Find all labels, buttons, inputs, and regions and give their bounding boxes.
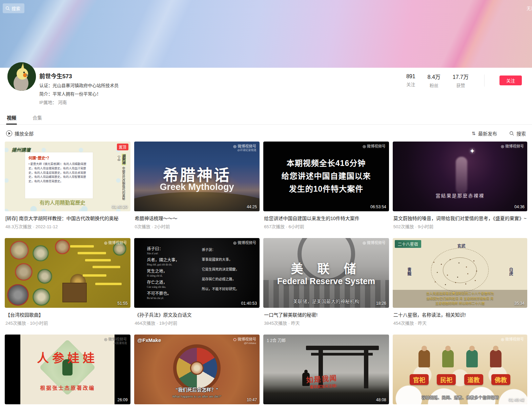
video-title[interactable]: 一口气了解美联储的秘密!: [264, 311, 388, 318]
video-meta: 3845次播放 · 昨天: [264, 320, 389, 326]
thumbnail-art: [33, 245, 49, 261]
search-icon: [509, 131, 514, 136]
sort-icon: ⇅: [472, 131, 476, 136]
video-title[interactable]: [转存] 南京大学胡阿祥教授：中国古代改朝换代的奥秘: [5, 215, 130, 221]
weibo-watermark: 微博视频号: [363, 144, 386, 149]
thumb-text: 胡阿祥中國古代改朝換代的奧秘（上）: [117, 154, 126, 205]
video-duration: 01:49:42: [509, 398, 525, 402]
accessibility-link[interactable]: 无障碍: [527, 5, 532, 11]
list-toolbar: 播放全部 ⇅ 最新发布 搜索: [0, 125, 532, 142]
thumbnail-art: [10, 241, 29, 260]
video-card[interactable]: 二十八星宿 玄武 青龍 白虎 古人先后选择靠近黄道附近的二十八个星宿作为 坐标因…: [393, 238, 527, 326]
video-card[interactable]: ✦ 當結果是那麼赤裸裸 微博视频号 04:36 莫文蔚独特的嗓音，词带给我们对爱…: [393, 142, 527, 230]
top-search-box[interactable]: 搜索: [3, 3, 24, 13]
follow-button[interactable]: 关注: [499, 76, 522, 85]
weibo-logo-icon: [104, 338, 107, 341]
video-thumbnail[interactable]: 美 联 储 Federal Reserve System 美联储，是美国最大的神…: [263, 238, 389, 308]
video-grid: 揚州講壇 何謂“歷史”？ ▪ 星雲大師《佛光菜根譚》：有的人用精勤寫歷史，有的人…: [0, 142, 532, 407]
thumb-subtitle: 古人先后选择靠近黄道附近的二十八个星宿作为 坐标因为它们排列在日 月 五星的四方…: [393, 290, 527, 308]
stat-followers[interactable]: 8.4万 粉丝: [428, 72, 441, 88]
video-card[interactable]: 人参娃娃 根据张士杰原著改编 微博视频号 @国漫频道 26:09 【国产动画丨经…: [5, 335, 130, 407]
sort-button[interactable]: ⇅ 最新发布: [472, 130, 497, 137]
tab-videos[interactable]: 视频: [6, 111, 17, 124]
thumbnail-art: [393, 350, 527, 367]
stat-likes[interactable]: 17.7万 获赞: [453, 72, 469, 88]
video-thumbnail[interactable]: 本期视频全长416分钟 给您讲述中国自建国以来 发生的10件特大案件 微博视频号…: [263, 142, 389, 211]
thumb-text: 喜欢就加关注哦!: [310, 383, 337, 389]
video-title[interactable]: 《孙子兵法》原文及白话文: [135, 311, 259, 318]
weibo-watermark: 微博视频号 @国漫频道: [104, 337, 127, 345]
video-thumbnail[interactable]: 孫子曰：Sūn zǐ yuē: 兵者，國之大事，Bīng zhě, guó zh…: [134, 238, 260, 308]
video-title[interactable]: 二十八星宿，名称读法，相关知识!: [393, 311, 527, 318]
video-thumbnail[interactable]: ✦ 當結果是那麼赤裸裸 微博视频号 04:36: [393, 142, 527, 211]
video-duration: 35:34: [514, 301, 525, 306]
tab-bar: 视频 合集: [0, 111, 532, 125]
thumb-text: 揚州講壇: [12, 146, 30, 153]
profile-stats-area: 891 关注 8.4万 粉丝 17.7万 获赞 关注: [400, 68, 525, 88]
video-title[interactable]: 【台湾校园歌曲】: [5, 311, 130, 318]
video-card[interactable]: 1 2合 刀郎 如是我闻 喜欢就加关注哦! 48:08 《如是我闻》金刚修行 刀…: [263, 335, 389, 407]
stat-following[interactable]: 891 关注: [406, 73, 415, 87]
stat-value: 17.7万: [453, 72, 469, 81]
thumbnail-art: [62, 283, 87, 302]
stat-label: 关注: [406, 81, 415, 87]
thumbnail-art: [190, 361, 204, 375]
video-meta: 464次播放 · 19小时前: [135, 320, 260, 326]
profile-bio: 简介：平常人拥有一份平常心！: [39, 90, 400, 97]
video-thumbnail[interactable]: 二十八星宿 玄武 青龍 白虎 古人先后选择靠近黄道附近的二十八个星宿作为 坐标因…: [393, 238, 527, 308]
thumb-subtitle: 美联储，是美国最大的神秘机构: [263, 298, 389, 304]
thumb-text: 美 联 储: [263, 259, 389, 277]
video-title[interactable]: 给您讲述中国自建国以来发生的10件特大案件: [264, 215, 388, 221]
thumbnail-art: ✦: [469, 147, 475, 155]
vertical-divider: [484, 74, 485, 87]
search-videos-button[interactable]: 搜索: [509, 130, 526, 137]
video-duration: 48:08: [376, 398, 386, 402]
video-title[interactable]: 希腊神话梳理～～～: [135, 215, 259, 221]
sort-label: 最新发布: [478, 130, 497, 137]
video-card[interactable]: 官祀 民祀 道教 佛教 容纳朝廷、民间、道教、佛教多个信仰范畴 微博视频号 01…: [393, 335, 527, 407]
weibo-watermark: 微博视频号: [501, 144, 524, 149]
cockatiel-avatar-image: [7, 62, 36, 91]
profile-verify: 认证：光山县寨河镇政府中心站所技术员: [39, 82, 400, 88]
weibo-logo-icon: [363, 241, 366, 245]
thumbnail-art: [83, 274, 106, 277]
play-all-button[interactable]: 播放全部: [6, 130, 34, 137]
weibo-logo-icon: [501, 338, 504, 341]
video-meta: 454次播放 · 昨天: [393, 320, 527, 326]
video-thumbnail[interactable]: 人参娃娃 根据张士杰原著改编 微博视频号 @国漫频道 26:09: [5, 335, 130, 404]
video-thumbnail[interactable]: 希腊神话 Greek Mythology 微博视频号 @环球纪录频道 44:25: [134, 142, 260, 211]
thumb-text: 何謂“歷史”？: [28, 155, 89, 160]
video-duration: 10:47: [247, 398, 257, 402]
video-thumbnail[interactable]: 官祀 民祀 道教 佛教 容纳朝廷、民间、道教、佛教多个信仰范畴 微博视频号 01…: [393, 335, 527, 404]
stat-label: 获赞: [453, 82, 469, 88]
video-title[interactable]: 莫文蔚独特的嗓音，词带给我们对爱情的思考，《盛夏的果實》~: [393, 215, 527, 221]
stat-value: 891: [406, 73, 415, 80]
weibo-watermark: 微博视频号: [104, 241, 127, 245]
video-card[interactable]: 微博视频号 51:55 【台湾校园歌曲】 245次播放 · 10小时前: [5, 238, 130, 326]
thumbnail-art: [433, 262, 434, 263]
weibo-watermark: 微博视频号 @环球纪录频道: [233, 144, 256, 152]
video-duration: 04:36: [514, 205, 525, 209]
avatar[interactable]: [7, 62, 36, 91]
video-card[interactable]: @FxMake “我们死后会怎样？” What happens to us af…: [134, 335, 260, 407]
video-thumbnail[interactable]: 1 2合 刀郎 如是我闻 喜欢就加关注哦! 48:08: [263, 335, 389, 404]
tab-collections[interactable]: 合集: [32, 111, 43, 124]
stat-value: 8.4万: [428, 72, 441, 81]
thumb-text: 根据张士杰原著改编: [5, 384, 130, 391]
video-thumbnail[interactable]: 微博视频号 51:55: [5, 238, 130, 308]
banner-streak: [417, 0, 518, 68]
video-meta: 48.3万次播放 · 2022-11-12: [5, 223, 130, 230]
thumb-subtitle: “我们死后会怎样？”: [134, 386, 260, 393]
video-card[interactable]: 孫子曰：Sūn zǐ yuē: 兵者，國之大事，Bīng zhě, guó zh…: [134, 238, 260, 326]
video-thumbnail[interactable]: @FxMake “我们死后会怎样？” What happens to us af…: [134, 335, 260, 404]
weibo-watermark: 微博视频号: [233, 241, 256, 245]
weibo-logo-icon: [233, 241, 237, 245]
video-card[interactable]: 美 联 储 Federal Reserve System 美联储，是美国最大的神…: [263, 238, 389, 326]
video-card[interactable]: 希腊神话 Greek Mythology 微博视频号 @环球纪录频道 44:25…: [134, 142, 260, 230]
search-label: 搜索: [516, 130, 526, 137]
video-thumbnail[interactable]: 揚州講壇 何謂“歷史”？ ▪ 星雲大師《佛光菜根譚》：有的人用精勤寫歷史，有的人…: [5, 142, 130, 211]
video-card[interactable]: 揚州講壇 何謂“歷史”？ ▪ 星雲大師《佛光菜根譚》：有的人用精勤寫歷史，有的人…: [5, 142, 130, 230]
thumbnail-art: [443, 257, 477, 283]
profile-banner: 搜索 无障碍: [0, 0, 532, 68]
video-card[interactable]: 本期视频全长416分钟 给您讲述中国自建国以来 发生的10件特大案件 微博视频号…: [263, 142, 389, 230]
